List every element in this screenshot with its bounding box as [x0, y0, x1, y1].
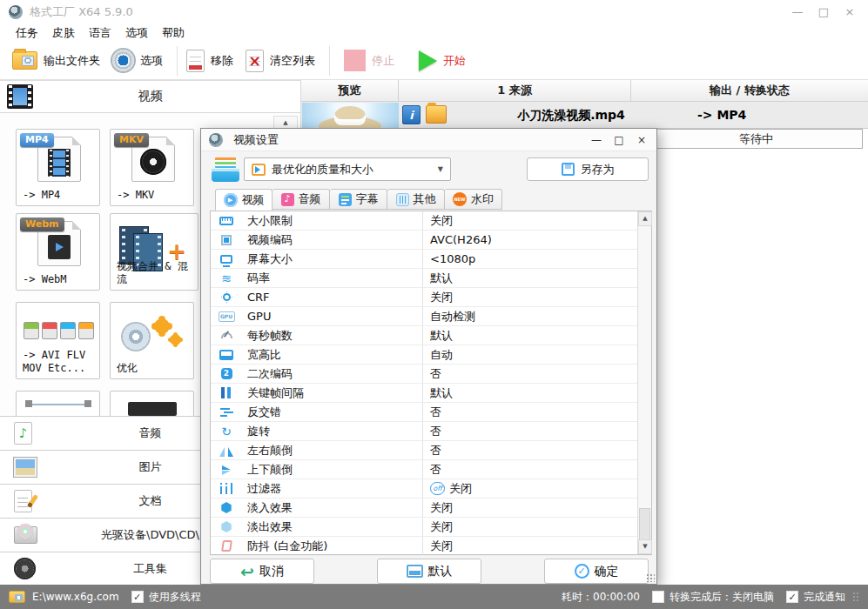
setting-row-fade-in[interactable]: 淡入效果 关闭 — [211, 499, 651, 518]
scroll-up-icon[interactable]: ▲ — [638, 211, 652, 226]
tile-webm[interactable]: Webm -> WebM — [16, 213, 100, 291]
tab-audio[interactable]: ♪ 音频 — [273, 189, 330, 210]
tile-avi-flv-mov[interactable]: -> AVI FLV MOV Etc... — [16, 302, 100, 379]
output-folder-icon — [12, 51, 37, 70]
info-icon[interactable]: i — [402, 105, 421, 124]
menu-help[interactable]: 帮助 — [162, 25, 185, 41]
menu-skin[interactable]: 皮肤 — [52, 25, 75, 41]
minimize-icon[interactable]: — — [784, 3, 811, 22]
webm-badge: Webm — [20, 218, 64, 231]
setting-row-flip-vertical[interactable]: 上下颠倒 否 — [211, 460, 651, 479]
gauge-icon — [221, 332, 232, 338]
column-header-preview[interactable]: 预览 — [301, 80, 399, 102]
tile-video-merge[interactable]: + 视频合并 & 混流 — [110, 213, 198, 291]
tile-mkv[interactable]: MKV -> MKV — [110, 129, 194, 206]
column-header-output[interactable]: 输出 / 转换状态 — [631, 80, 868, 102]
setting-row-deinterlace[interactable]: 反交错 否 — [211, 403, 651, 422]
tab-video[interactable]: ▶ 视频 — [215, 189, 273, 211]
setting-row-fps[interactable]: 每秒帧数 默认 — [211, 326, 651, 345]
setting-row-gpu[interactable]: GPU GPU 自动检测 — [211, 307, 651, 326]
fade-out-hexagon-icon — [221, 521, 232, 532]
setting-row-rotate[interactable]: ↻ 旋转 否 — [211, 422, 651, 441]
maximize-icon[interactable]: □ — [811, 3, 837, 22]
tile-partial-crop[interactable] — [16, 391, 100, 416]
setting-row-video-codec[interactable]: 视频编码 AVC(H264) — [211, 231, 651, 250]
open-folder-icon[interactable] — [426, 105, 447, 124]
video-category-header[interactable]: 视频 — [0, 80, 301, 113]
output-folder-button[interactable]: 输出文件夹 — [12, 51, 100, 70]
preview-thumbnail[interactable] — [302, 103, 399, 128]
tile-optimize[interactable]: 优化 — [110, 302, 194, 379]
setting-row-aspect-ratio[interactable]: 宽高比 自动 — [211, 345, 651, 365]
setting-row-bitrate[interactable]: ≋ 码率 默认 — [211, 269, 651, 288]
output-path[interactable]: E:\www.x6g.com — [32, 591, 119, 603]
document-pencil-icon — [14, 490, 32, 512]
preset-dropdown[interactable]: 最优化的质量和大小 ▼ — [244, 157, 451, 181]
preset-video-icon — [252, 164, 266, 176]
remove-icon — [186, 50, 205, 72]
setting-row-stabilize[interactable]: 防抖 (白金功能) 关闭 — [211, 537, 651, 556]
multithread-label: 使用多线程 — [149, 590, 201, 605]
menu-language[interactable]: 语言 — [89, 25, 111, 41]
stop-button[interactable]: 停止 — [344, 50, 394, 71]
clear-list-button[interactable]: × 清空列表 — [246, 50, 315, 72]
dialog-close-icon[interactable]: × — [630, 131, 653, 149]
setting-row-two-pass[interactable]: 2 二次编码 否 — [211, 365, 651, 384]
back-arrow-icon: ↩ — [240, 565, 254, 579]
audio-note-icon: ♪ — [14, 422, 32, 445]
dialog-title: 视频设置 — [233, 132, 279, 148]
start-button[interactable]: 开始 — [419, 50, 466, 71]
cancel-button[interactable]: ↩ 取消 — [210, 559, 314, 584]
dialog-maximize-icon[interactable]: □ — [608, 131, 630, 149]
menu-options[interactable]: 选项 — [125, 25, 148, 41]
menu-task[interactable]: 任务 — [16, 25, 38, 41]
save-as-button[interactable]: 另存为 — [527, 157, 649, 181]
format-factory-window: 格式工厂 X64 5.9.0 — □ × 任务 皮肤 语言 选项 帮助 输出文件… — [0, 0, 868, 609]
task-row[interactable]: i 小刀洗澡视频.mp4 -> MP4 — [301, 102, 868, 129]
play-frame-icon — [48, 235, 71, 259]
setting-row-size-limit[interactable]: 大小限制 关闭 — [211, 211, 651, 231]
check-circle-icon: ✓ — [575, 564, 589, 579]
tab-watermark[interactable]: NEW 水印 — [445, 189, 502, 210]
setting-row-screen-size[interactable]: 屏幕大小 <1080p — [211, 250, 651, 269]
dialog-app-icon — [209, 133, 223, 147]
scroll-thumb[interactable] — [639, 508, 650, 540]
options-button[interactable]: 选项 — [112, 50, 163, 71]
tab-other[interactable]: 其他 — [387, 189, 445, 210]
fade-in-hexagon-icon — [221, 502, 232, 513]
picture-icon — [14, 458, 37, 477]
tile-partial-video[interactable] — [110, 391, 194, 416]
notify-label: 完成通知 — [804, 590, 845, 605]
ruler-icon — [219, 217, 233, 225]
multithread-checkbox[interactable]: ✓ — [131, 591, 144, 603]
ok-button[interactable]: ✓ 确定 — [544, 559, 649, 584]
dialog-title-bar[interactable]: 视频设置 — □ × — [201, 129, 656, 151]
setting-row-keyframe-interval[interactable]: 关键帧间隔 默认 — [211, 384, 651, 403]
setting-row-fade-out[interactable]: 淡出效果 关闭 — [211, 518, 651, 537]
toolbar-separator — [177, 46, 178, 76]
notify-checkbox[interactable]: ✓ — [786, 591, 798, 603]
setting-row-crf[interactable]: CRF 关闭 — [211, 288, 651, 307]
preset-inbox-icon — [212, 157, 239, 182]
scroll-down-icon[interactable]: ▼ — [638, 539, 652, 554]
setting-row-filter[interactable]: 过滤器 off 关闭 — [211, 479, 651, 499]
tab-subtitle[interactable]: 字幕 — [330, 189, 387, 210]
flip-horizontal-icon — [219, 445, 233, 456]
tile-mp4[interactable]: MP4 -> MP4 — [16, 129, 100, 206]
close-icon[interactable]: × — [837, 3, 863, 22]
dialog-minimize-icon[interactable]: — — [585, 131, 608, 149]
menu-bar: 任务 皮肤 语言 选项 帮助 — [0, 24, 868, 42]
resize-grip[interactable] — [646, 573, 655, 582]
music-note-icon: ♪ — [281, 193, 294, 206]
column-header-source[interactable]: 1 来源 — [399, 80, 631, 102]
chevron-down-icon: ▼ — [438, 165, 443, 173]
gear-outline-icon — [223, 293, 231, 301]
setting-row-flip-horizontal[interactable]: 左右颠倒 否 — [211, 441, 651, 460]
default-button[interactable]: 默认 — [377, 559, 481, 584]
elapsed-time: 耗时：00:00:00 — [562, 590, 640, 605]
toolbar-separator — [329, 46, 330, 76]
remove-button[interactable]: 移除 — [186, 50, 233, 72]
shutdown-after-checkbox[interactable] — [652, 591, 664, 603]
scrollbar[interactable]: ▲ ▼ — [637, 211, 651, 554]
toolbar: 输出文件夹 选项 移除 × 清空列表 停止 开始 — [0, 42, 868, 80]
